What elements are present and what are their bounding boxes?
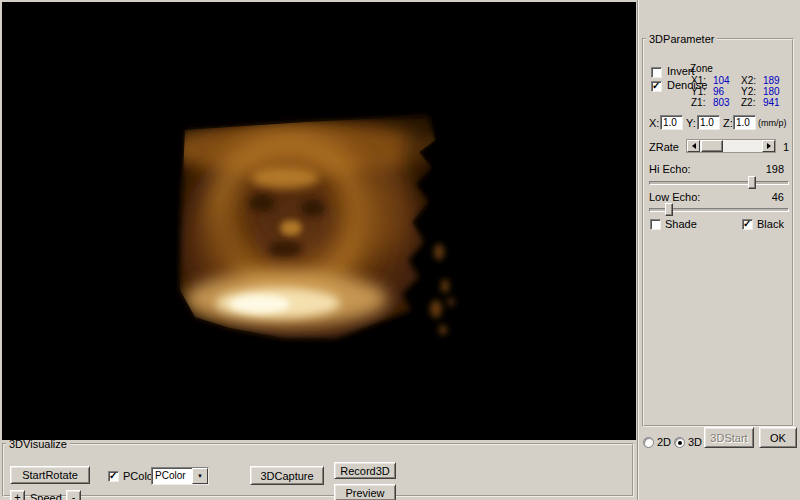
ok-button[interactable]: OK <box>759 427 797 448</box>
x-scale-field[interactable] <box>660 115 683 130</box>
hi-echo-slider-thumb[interactable] <box>748 176 756 189</box>
low-echo-label: Low Echo: <box>649 191 700 203</box>
chevron-down-icon: ▼ <box>197 473 203 479</box>
parameter-group-title: 3DParameter <box>646 33 717 45</box>
zrate-scrollbar[interactable] <box>686 139 776 153</box>
zrate-label: ZRate <box>649 141 679 153</box>
zone-label: X1: <box>691 75 713 86</box>
mode-2d-label: 2D <box>657 436 671 448</box>
zone-row: X1: 104 X2: 189 <box>691 75 791 86</box>
visualize-group: 3DVisualize StartRotate + Speed - PColor… <box>2 438 634 497</box>
shade-label: Shade <box>665 218 697 230</box>
zrate-scroll-left-button[interactable] <box>687 140 700 152</box>
pcolor-checkbox[interactable] <box>108 471 119 482</box>
shade-checkbox[interactable] <box>650 219 661 230</box>
dropdown-button[interactable]: ▼ <box>192 468 208 484</box>
speed-minus-button[interactable]: - <box>66 490 81 500</box>
zone-value: 104 <box>713 75 741 86</box>
hi-echo-slider-track[interactable] <box>649 181 789 185</box>
z-scale-field[interactable] <box>733 115 756 130</box>
start3d-button[interactable]: 3DStart <box>704 427 754 448</box>
right-arrow-icon <box>767 143 771 149</box>
x-scale-label: X: <box>649 117 659 129</box>
denoise-checkbox[interactable] <box>651 81 662 92</box>
black-checkbox[interactable] <box>742 219 753 230</box>
zrate-value: 1 <box>783 141 789 153</box>
parameter-group: 3DParameter Invert Denoise Zone X1: 104 … <box>642 33 794 427</box>
ultrasound-viewport[interactable] <box>2 2 636 440</box>
zone-row: Z1: 803 Z2: 941 <box>691 97 791 108</box>
visualize-group-title: 3DVisualize <box>6 438 70 450</box>
zone-value: 803 <box>713 97 741 108</box>
zone-value: 941 <box>763 97 791 108</box>
zrate-scroll-right-button[interactable] <box>762 140 775 152</box>
low-echo-value: 46 <box>772 191 784 203</box>
record3d-button[interactable]: Record3D <box>334 462 396 479</box>
zone-label: Y1: <box>691 86 713 97</box>
hi-echo-value: 198 <box>766 163 784 175</box>
zone-label: Z2: <box>741 97 763 108</box>
zone-label: Z1: <box>691 97 713 108</box>
left-arrow-icon <box>692 143 696 149</box>
parameter-panel: 3DParameter Invert Denoise Zone X1: 104 … <box>637 0 800 500</box>
pcolor-dropdown-value: PColor <box>155 470 186 481</box>
z-scale-label: Z: <box>723 117 733 129</box>
black-label: Black <box>757 218 784 230</box>
zone-value: 96 <box>713 86 741 97</box>
mode-2d-radio[interactable] <box>643 437 654 448</box>
mode-3d-label: 3D <box>688 436 702 448</box>
y-scale-label: Y: <box>686 117 696 129</box>
zone-value: 189 <box>763 75 791 86</box>
mode-3d-radio[interactable] <box>674 437 685 448</box>
app-window: 3DParameter Invert Denoise Zone X1: 104 … <box>0 0 800 500</box>
zrate-scrollbar-thumb[interactable] <box>701 140 723 152</box>
y-scale-field[interactable] <box>697 115 720 130</box>
zone-label: Y2: <box>741 86 763 97</box>
zone-label: X2: <box>741 75 763 86</box>
low-echo-slider-thumb[interactable] <box>665 203 673 216</box>
scale-unit-label: (mm/p) <box>758 118 787 128</box>
invert-checkbox[interactable] <box>651 67 662 78</box>
speed-label: Speed <box>30 492 62 500</box>
hi-echo-label: Hi Echo: <box>649 163 691 175</box>
speed-plus-button[interactable]: + <box>10 490 25 500</box>
zone-row: Y1: 96 Y2: 180 <box>691 86 791 97</box>
ultrasound-render <box>2 2 636 440</box>
preview-button[interactable]: Preview <box>334 484 396 500</box>
zone-title: Zone <box>690 63 713 74</box>
zone-value: 180 <box>763 86 791 97</box>
capture-button[interactable]: 3DCapture <box>250 466 324 485</box>
start-rotate-button[interactable]: StartRotate <box>10 466 90 484</box>
pcolor-dropdown[interactable]: PColor ▼ <box>151 467 209 485</box>
